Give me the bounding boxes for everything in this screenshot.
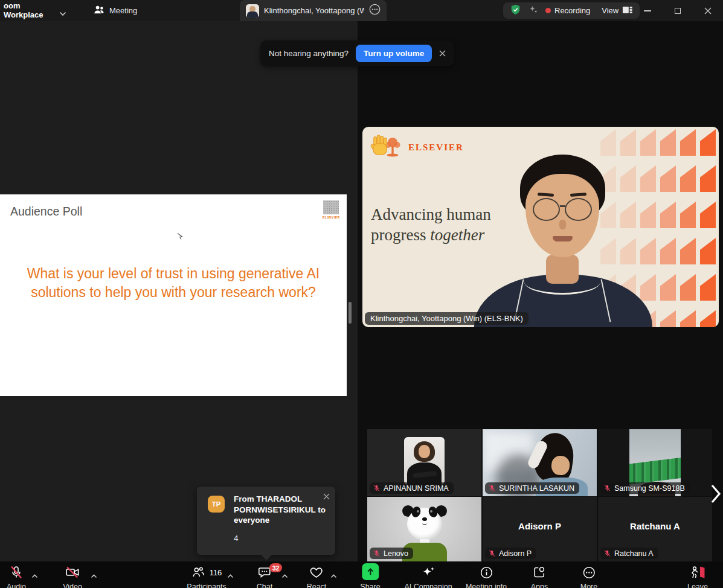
slide-title: Audience Poll [10,205,82,219]
chat-unread-badge: 32 [269,563,282,572]
elsevier-wordmark: ELSEVIER [408,142,464,153]
share-screen-icon [362,563,379,580]
audio-options-caret[interactable] [31,570,38,581]
participant-name-tag: APINANUN SRIMA [370,482,454,494]
participant-name-tag: SURINTHA LASAKUN [485,482,579,494]
participant-tile-ratchanu[interactable]: Ratchanu A Ratchanu A [598,497,712,561]
participant-tile-lenovo[interactable]: Lenovo [367,497,481,561]
chat-sender-avatar: TP [208,496,225,513]
tab-meeting[interactable]: Meeting [88,0,142,21]
participant-tile-adisorn[interactable]: Adisorn P Adisorn P [483,497,597,561]
next-participants-chevron-icon[interactable] [710,483,721,507]
more-button[interactable]: More [580,565,597,588]
participant-name-tag: Lenovo [370,548,413,559]
scrollbar-thumb[interactable] [349,302,352,324]
speaker-name-tag: Klinthongchai, Yoottapong (Win) (ELS-BNK… [365,312,529,325]
raised-hand-reaction-icon [370,134,391,162]
view-layout-icon [622,5,633,16]
chat-options-caret[interactable] [281,570,288,581]
recording-indicator: Recording [545,6,590,15]
banner-text: Not hearing anything? [269,49,349,58]
avatar [246,4,259,18]
elsevier-logo-caption: ELSEVIER [323,216,339,219]
participant-tile-surintha[interactable]: SURINTHA LASAKUN [483,429,597,496]
participants-options-caret[interactable] [227,570,234,581]
ai-companion-sparkle-icon [420,565,436,580]
security-shield-icon[interactable] [510,4,521,18]
zoom-workplace-logo: oom Workplace [4,1,43,19]
brand-line1: oom [4,1,43,10]
close-button[interactable] [693,0,723,21]
recording-label: Recording [554,6,590,15]
leave-button[interactable]: Leave [687,565,708,588]
more-ellipsis-icon [582,566,596,580]
leave-meeting-icon [690,565,705,580]
window-controls [632,0,723,21]
tab-options-ellipsis-icon[interactable] [369,4,381,18]
video-options-caret[interactable] [91,570,97,581]
mic-muted-icon [488,549,496,557]
meeting-status-cluster: Recording View [503,2,640,19]
share-button[interactable]: Share [360,565,380,588]
participant-tile-samsung[interactable]: Samsung SM-S918B [598,429,712,496]
chat-popup-close-icon[interactable] [323,491,330,502]
participant-name-tag: Ratchanu A [600,548,658,559]
participants-icon [191,565,206,580]
turn-up-volume-button[interactable]: Turn up volume [356,45,432,62]
meeting-toolbar: Audio Video 116 Participants Chat 32 Rea… [0,561,723,588]
react-button[interactable]: React [307,565,327,588]
top-tab-bar: oom Workplace Meeting Klinthongchai, Yoo… [0,0,723,21]
mouse-cursor-icon [176,232,184,243]
mic-muted-icon [603,549,611,557]
maximize-button[interactable] [663,0,693,21]
minimize-button[interactable] [632,0,663,21]
mic-muted-icon [373,484,381,492]
mic-muted-icon [9,565,24,580]
recording-dot-icon [545,8,551,13]
react-options-caret[interactable] [330,570,337,581]
tab-active-meeting[interactable]: Klinthongchai, Yoottapong (Win) [240,0,387,21]
participants-count: 116 [210,568,222,577]
chat-notification-popup[interactable]: TP From THARADOL PORNWISETSIRIKUL to eve… [197,487,335,555]
shared-slide: Audience Poll ELSEVIER What is your leve… [0,194,347,396]
apps-button[interactable]: Apps [531,565,548,588]
elsevier-tree-mark-icon [323,200,339,214]
profile-photo [404,437,445,485]
audio-notification-banner: Not hearing anything? Turn up volume [260,40,454,66]
mic-muted-icon [603,484,611,492]
banner-close-icon[interactable] [439,48,446,59]
video-off-icon [65,565,80,580]
info-icon [479,566,493,580]
brand-line2: Workplace [4,10,43,19]
chat-popup-title: From THARADOL PORNWISETSIRIKUL to everyo… [234,494,329,526]
view-label: View [602,6,619,15]
apps-icon [532,565,547,580]
chat-popup-message: 4 [234,534,239,543]
tab-meeting-label: Meeting [109,6,137,15]
main-speaker-video[interactable]: ELSEVIER Advancing human progress togeth… [362,127,719,327]
tab-active-label: Klinthongchai, Yoottapong (Win) [264,6,364,15]
mic-muted-icon [488,484,496,492]
participants-button[interactable]: 116 Participants [187,565,226,588]
poll-question: What is your level of trust in using gen… [0,264,347,301]
participant-tile-apinanun[interactable]: APINANUN SRIMA [367,429,481,496]
ai-sparkle-icon[interactable] [528,4,539,18]
speaker-figure [465,151,658,327]
view-button[interactable]: View [602,5,633,16]
meeting-people-icon [93,5,104,16]
ai-companion-button[interactable]: AI Companion [404,565,452,588]
meeting-info-button[interactable]: Meeting info [466,565,507,588]
elsevier-slide-logo: ELSEVIER [323,200,339,219]
audio-button[interactable]: Audio [7,565,26,588]
heart-icon [309,565,324,580]
chevron-down-icon[interactable] [59,8,66,19]
participant-name-tag: Samsung SM-S918B [600,482,690,494]
participant-name-tag: Adisorn P [485,548,536,559]
mic-muted-icon [373,549,381,557]
video-button[interactable]: Video [63,565,82,588]
